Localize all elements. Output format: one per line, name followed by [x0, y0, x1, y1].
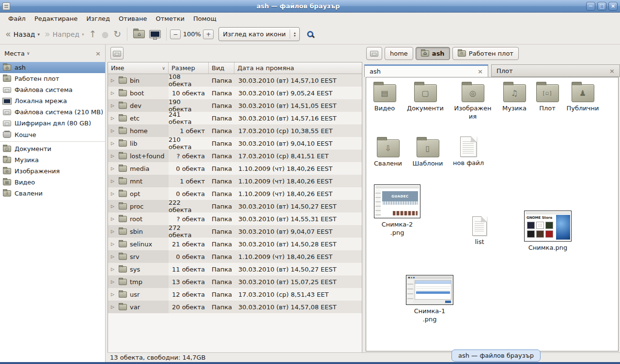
expander-icon[interactable]	[111, 91, 116, 95]
expander-icon[interactable]	[111, 254, 116, 259]
expander-icon[interactable]	[111, 229, 116, 234]
sidebar-item[interactable]: Изображения	[0, 166, 105, 177]
menu-item[interactable]: Помощ	[189, 14, 221, 23]
folder-item-public[interactable]: Публични	[563, 84, 602, 113]
file-item-list[interactable]: list	[465, 216, 494, 246]
table-row[interactable]: home 1 обект Папка 17.03.2010 (ср) 10,38…	[108, 124, 362, 137]
zoom-out-button[interactable]	[170, 30, 181, 39]
sidebar-item[interactable]: Свалени	[0, 188, 105, 199]
table-row[interactable]: root ? обекта Папка 30.03.2010 (вт) 14,5…	[108, 212, 362, 225]
expander-icon[interactable]	[111, 78, 116, 83]
sidebar-item[interactable]: Музика	[0, 154, 105, 166]
sidebar-item[interactable]: Файлова система	[0, 84, 105, 95]
expander-icon[interactable]	[111, 216, 116, 221]
sidebar-item[interactable]: Работен плот	[0, 73, 105, 84]
back-button[interactable]: Назад	[3, 28, 42, 41]
filesystem-root-button[interactable]	[110, 47, 124, 60]
folder-item-documents[interactable]: Документи	[404, 84, 446, 113]
zoom-in-button[interactable]	[203, 30, 214, 39]
computer-button[interactable]	[147, 29, 163, 40]
sidebar-title-caret-icon[interactable]	[27, 51, 30, 56]
sidebar-item[interactable]: Файлова система (210 MB)	[0, 106, 105, 118]
table-row[interactable]: usr 12 обекта Папка 17.03.2010 (ср) 8,51…	[108, 288, 362, 301]
expander-icon[interactable]	[111, 279, 116, 284]
table-row[interactable]: lost+found ? обекта Папка 17.03.2010 (ср…	[108, 150, 362, 162]
expander-icon[interactable]	[111, 116, 116, 121]
home-button[interactable]	[131, 28, 147, 40]
folder-item-music[interactable]: Музика	[497, 84, 531, 113]
table-row[interactable]: sbin 272 обекта Папка 30.03.2010 (вт) 9,…	[108, 225, 362, 238]
sidebar-title[interactable]: Места	[4, 50, 25, 57]
expander-icon[interactable]	[111, 103, 116, 108]
table-row[interactable]: media 0 обекта Папка 1.10.2009 (чт) 18,4…	[108, 162, 362, 175]
sidebar-item[interactable]: Документи	[0, 143, 105, 154]
sidebar-item[interactable]: Локална мрежа	[0, 95, 105, 106]
expander-icon[interactable]	[111, 141, 116, 146]
file-item-new-file[interactable]: нов файл	[450, 136, 487, 167]
expander-icon[interactable]	[111, 292, 116, 297]
reload-button[interactable]	[111, 28, 124, 41]
view-mode-select[interactable]: Изглед като икони	[218, 27, 300, 41]
table-row[interactable]: mnt 1 обект Папка 1.10.2009 (чт) 18,40,2…	[108, 175, 362, 187]
folder-item-pictures[interactable]: Изображения	[451, 84, 494, 121]
expander-icon[interactable]	[111, 128, 116, 133]
sidebar-close-icon[interactable]	[95, 50, 101, 57]
tab-ash[interactable]: ash	[364, 64, 488, 77]
tab-plot[interactable]: Плот	[491, 64, 620, 77]
folder-item-desktop[interactable]: Плот	[533, 84, 562, 113]
tab-close-icon[interactable]	[478, 68, 483, 75]
column-header-size[interactable]: Размер	[169, 62, 209, 74]
menu-item[interactable]: Отметки	[151, 14, 188, 23]
expander-icon[interactable]	[111, 153, 116, 158]
maximize-button[interactable]	[597, 2, 606, 11]
table-row[interactable]: selinux 21 обекта Папка 30.03.2010 (вт) …	[108, 238, 362, 250]
search-button[interactable]	[306, 30, 315, 39]
path-root-button[interactable]	[366, 47, 382, 60]
minimize-button[interactable]	[586, 2, 595, 11]
expander-icon[interactable]	[111, 204, 116, 209]
expander-icon[interactable]	[111, 191, 116, 196]
taskbar-window-label[interactable]: ash — файлов браузър	[451, 349, 541, 362]
expander-icon[interactable]	[111, 179, 116, 183]
table-row[interactable]: var 20 обекта Папка 30.03.2010 (вт) 14,5…	[108, 301, 362, 313]
table-row[interactable]: srv 0 обекта Папка 1.10.2009 (чт) 18,40,…	[108, 250, 362, 263]
table-row[interactable]: sys 11 обекта Папка 30.03.2010 (вт) 14,5…	[108, 263, 362, 275]
menu-item[interactable]: Изглед	[82, 14, 114, 23]
table-row[interactable]: dev 190 обекта Папка 30.03.2010 (вт) 14,…	[108, 99, 362, 112]
folder-item-templates[interactable]: Шаблони	[409, 139, 446, 168]
menu-item[interactable]: Файл	[4, 14, 30, 23]
titlebar[interactable]: ash — файлов браузър	[0, 0, 620, 13]
menu-item[interactable]: Отиване	[114, 14, 151, 23]
up-button[interactable]	[87, 28, 99, 41]
table-row[interactable]: etc 241 обекта Папка 30.03.2010 (вт) 14,…	[108, 112, 362, 124]
file-item-snimka[interactable]: GNOME Store Снимка.png	[524, 211, 572, 252]
table-row[interactable]: proc 222 обекта Папка 30.03.2010 (вт) 14…	[108, 200, 362, 212]
file-item-snimka-2[interactable]: GUADEC Снимка-2.png	[374, 184, 420, 237]
stop-button[interactable]	[99, 28, 111, 41]
sidebar-item[interactable]: Шифриран дял (80 GB)	[0, 118, 105, 129]
icon-view[interactable]: Видео Документи Изображения Музика Плот …	[366, 77, 619, 351]
table-row[interactable]: lib 210 обекта Папка 30.03.2010 (вт) 9,0…	[108, 137, 362, 150]
path-button-desktop[interactable]: Работен плот	[452, 47, 519, 60]
file-item-snimka-1[interactable]: Снимка-1.png	[406, 275, 453, 324]
sidebar-item[interactable]: Кошче	[0, 129, 105, 142]
back-history-chevron-icon[interactable]	[37, 32, 40, 37]
column-header-type[interactable]: Вид	[209, 62, 234, 74]
expander-icon[interactable]	[111, 242, 116, 246]
table-row[interactable]: bin 108 обекта Папка 30.03.2010 (вт) 14,…	[108, 74, 362, 87]
sidebar-item[interactable]: ash	[0, 62, 105, 73]
folder-item-video[interactable]: Видео	[368, 84, 401, 113]
expander-icon[interactable]	[111, 267, 116, 272]
close-button[interactable]	[608, 2, 618, 11]
table-row[interactable]: boot 10 обекта Папка 30.03.2010 (вт) 9,0…	[108, 87, 362, 99]
column-header-date[interactable]: Дата на промяна	[234, 62, 362, 74]
expander-icon[interactable]	[111, 304, 116, 309]
menu-item[interactable]: Редактиране	[30, 14, 82, 23]
table-row[interactable]: tmp 13 обекта Папка 30.03.2010 (вт) 15,0…	[108, 275, 362, 288]
sidebar-item[interactable]: Видео	[0, 177, 105, 188]
expander-icon[interactable]	[111, 166, 116, 171]
path-button-home[interactable]: home	[385, 47, 413, 60]
column-header-name[interactable]: Име	[108, 62, 169, 74]
table-row[interactable]: opt 0 обекта Папка 1.10.2009 (чт) 18,40,…	[108, 187, 362, 200]
forward-button[interactable]: Напред	[42, 28, 87, 41]
